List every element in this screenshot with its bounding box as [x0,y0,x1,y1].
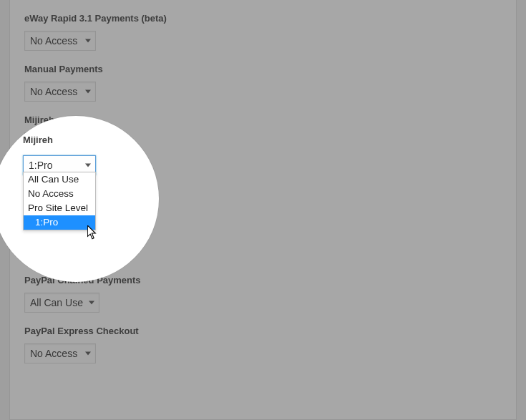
chevron-down-icon [89,301,94,305]
chevron-down-icon [85,39,91,43]
spotlight-circle: Mijireh 1:Pro All Can Use No Access Pro … [0,116,159,282]
chevron-down-icon [85,352,91,356]
dropdown-mijireh[interactable]: All Can Use No Access Pro Site Level 1:P… [23,172,96,230]
group-label: eWay Rapid 3.1 Payments (beta) [24,13,502,24]
option-all-can-use[interactable]: All Can Use [24,172,95,187]
select-paypal-express[interactable]: No Access [24,343,96,363]
group-label: PayPal Express Checkout [24,326,502,336]
select-value: No Access [30,348,77,359]
select-manual[interactable]: No Access [24,82,96,102]
option-pro-site-level[interactable]: Pro Site Level [24,201,95,215]
select-paypal-chained[interactable]: All Can Use [24,293,99,313]
select-eway[interactable]: No Access [24,31,96,51]
group-manual: Manual Payments No Access [24,51,502,102]
chevron-down-icon [85,164,91,167]
option-no-access[interactable]: No Access [24,187,95,201]
spotlight-content: Mijireh 1:Pro [23,135,153,175]
group-label: Manual Payments [24,64,502,74]
select-value: No Access [30,86,77,97]
group-eway: eWay Rapid 3.1 Payments (beta) No Access [24,0,502,51]
select-value: No Access [30,35,77,47]
select-value: 1:Pro [29,160,52,171]
select-value: All Can Use [30,297,83,308]
group-paypal-express: PayPal Express Checkout No Access [24,313,502,363]
option-1-pro[interactable]: 1:Pro [24,215,95,230]
chevron-down-icon [85,90,91,94]
